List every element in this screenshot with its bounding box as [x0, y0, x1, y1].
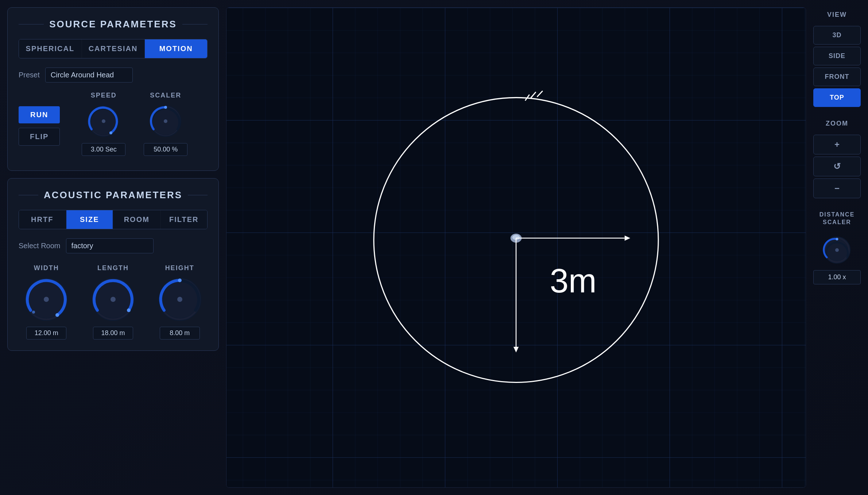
view-section-label: VIEW	[813, 11, 861, 19]
length-knob-col: LENGTH 18.00 m	[89, 264, 137, 339]
left-panel: SOURCE PARAMETERS SPHERICAL CARTESIAN MO…	[7, 7, 219, 488]
speed-knob-col: SPEED	[82, 92, 125, 156]
source-tabs: SPHERICAL CARTESIAN MOTION	[19, 39, 208, 58]
title-line-left	[19, 24, 44, 24]
svg-point-11	[44, 297, 49, 302]
preset-input[interactable]	[45, 68, 133, 82]
acoustic-panel-title-text: ACOUSTIC PARAMETERS	[38, 189, 188, 201]
zoom-reset-button[interactable]: ↺	[813, 157, 861, 176]
height-knob-col: HEIGHT 8.00 m	[156, 264, 204, 339]
preset-row: Preset	[19, 68, 208, 82]
svg-point-10	[55, 313, 59, 317]
svg-point-16	[111, 297, 116, 302]
speed-scaler-knobs: SPEED	[82, 92, 187, 156]
speed-knob[interactable]	[85, 103, 122, 139]
zoom-section-label: ZOOM	[813, 120, 861, 127]
tab-cartesian[interactable]: CARTESIAN	[82, 39, 144, 58]
length-label: LENGTH	[97, 264, 129, 272]
distance-scaler-value: 1.00 x	[813, 270, 861, 284]
view-3d-button[interactable]: 3D	[813, 26, 861, 45]
visualization-panel: 3m	[226, 7, 806, 488]
controls-area: RUN FLIP SPEED	[19, 92, 208, 156]
svg-point-37	[836, 238, 838, 240]
app-container: SOURCE PARAMETERS SPHERICAL CARTESIAN MO…	[0, 0, 868, 495]
zoom-out-button[interactable]: −	[813, 179, 861, 198]
svg-point-38	[835, 248, 839, 252]
tab-filter[interactable]: FILTER	[161, 210, 208, 229]
width-label: WIDTH	[34, 264, 59, 272]
svg-point-19	[178, 279, 182, 282]
distance-scaler-label: DISTANCESCALER	[813, 211, 861, 226]
acoustic-panel-title: ACOUSTIC PARAMETERS	[19, 189, 208, 201]
svg-point-2	[109, 131, 112, 134]
title-line-left2	[19, 195, 38, 195]
length-knob[interactable]	[89, 276, 137, 323]
svg-point-6	[164, 106, 167, 109]
source-panel-title-text: SOURCE PARAMETERS	[44, 19, 182, 30]
svg-point-12	[32, 311, 35, 314]
svg-point-15	[127, 308, 131, 312]
speed-label: SPEED	[91, 92, 117, 99]
height-label: HEIGHT	[165, 264, 194, 272]
distance-scaler-knob[interactable]	[822, 235, 852, 265]
tab-room[interactable]: ROOM	[113, 210, 160, 229]
source-parameters-panel: SOURCE PARAMETERS SPHERICAL CARTESIAN MO…	[7, 7, 219, 171]
svg-point-20	[177, 297, 182, 302]
select-room-input[interactable]	[66, 238, 154, 253]
title-line-right	[182, 24, 208, 24]
svg-text:3m: 3m	[550, 262, 596, 300]
height-value: 8.00 m	[160, 327, 200, 339]
tab-spherical[interactable]: SPHERICAL	[19, 39, 81, 58]
tab-motion[interactable]: MOTION	[145, 39, 207, 58]
scaler-knob-col: SCALER	[144, 92, 187, 156]
dimensions-row: WIDTH 12.00 m	[19, 264, 208, 339]
visualization-grid: 3m	[226, 8, 806, 487]
select-room-label: Select Room	[19, 242, 61, 250]
title-line-right2	[188, 195, 208, 195]
select-room-row: Select Room	[19, 238, 208, 253]
view-buttons-group: 3D SIDE FRONT TOP	[813, 26, 861, 107]
view-top-button[interactable]: TOP	[813, 88, 861, 107]
scaler-knob[interactable]	[147, 103, 184, 139]
zoom-in-button[interactable]: +	[813, 135, 861, 154]
width-knob[interactable]	[23, 276, 70, 323]
preset-label: Preset	[19, 71, 40, 79]
speed-value: 3.00 Sec	[82, 143, 125, 156]
scaler-label: SCALER	[150, 92, 181, 99]
tab-hrtf[interactable]: HRTF	[19, 210, 66, 229]
zoom-buttons-group: + ↺ −	[813, 135, 861, 198]
flip-button[interactable]: FLIP	[19, 128, 60, 146]
run-flip-column: RUN FLIP	[19, 92, 60, 146]
source-panel-title: SOURCE PARAMETERS	[19, 19, 208, 30]
width-value: 12.00 m	[26, 327, 66, 339]
acoustic-parameters-panel: ACOUSTIC PARAMETERS HRTF SIZE ROOM FILTE…	[7, 178, 219, 351]
tab-size[interactable]: SIZE	[66, 210, 113, 229]
view-front-button[interactable]: FRONT	[813, 68, 861, 86]
acoustic-tabs: HRTF SIZE ROOM FILTER	[19, 210, 208, 229]
run-button[interactable]: RUN	[19, 106, 60, 123]
svg-point-3	[102, 119, 105, 123]
svg-point-7	[164, 119, 167, 123]
width-knob-col: WIDTH 12.00 m	[23, 264, 70, 339]
view-side-button[interactable]: SIDE	[813, 47, 861, 65]
length-value: 18.00 m	[93, 327, 133, 339]
scaler-value: 50.00 %	[144, 143, 187, 156]
right-panel: VIEW 3D SIDE FRONT TOP ZOOM + ↺ − DISTAN…	[813, 7, 861, 488]
height-knob[interactable]	[156, 276, 204, 323]
